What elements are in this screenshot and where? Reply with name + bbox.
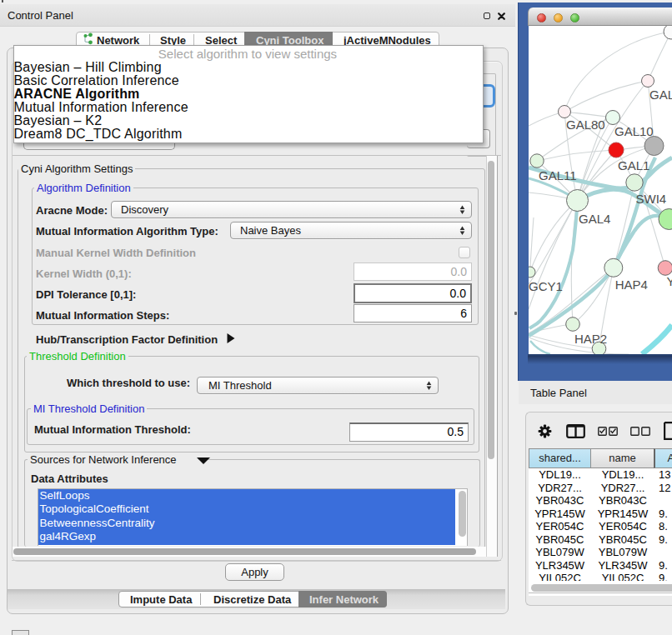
svg-text:GAL1: GAL1 [618,158,649,172]
svg-text:GAL11: GAL11 [539,168,577,182]
svg-text:HAP4: HAP4 [615,278,648,292]
svg-text:GAL10: GAL10 [614,124,654,138]
svg-text:HAP2: HAP2 [574,332,607,346]
svg-text:GAL: GAL [649,88,672,102]
svg-text:GAL80: GAL80 [566,118,605,132]
svg-text:SWI4: SWI4 [636,192,667,206]
svg-text:GCY1: GCY1 [529,279,563,293]
svg-text:Y: Y [667,274,672,288]
svg-text:GAL4: GAL4 [579,212,610,226]
